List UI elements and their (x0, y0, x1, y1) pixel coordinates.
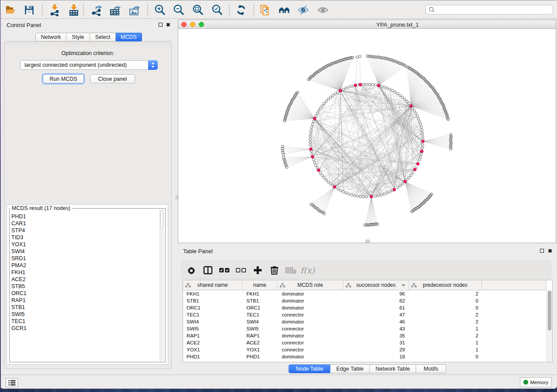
zoom-window-icon[interactable] (199, 22, 204, 27)
result-item[interactable]: SRD1 (10, 255, 159, 262)
tab-network[interactable]: Network (35, 33, 66, 41)
mcds-result-list[interactable]: PHD1CAR1STP4TID3YOX1SWI4SRD1PMA2FKH1ACE2… (10, 213, 159, 361)
import-table-icon[interactable] (68, 4, 80, 16)
save-session-icon[interactable] (23, 4, 35, 16)
column-header[interactable]: successor nodes (343, 280, 409, 290)
result-item[interactable]: ORC1 (10, 290, 159, 297)
network-window-titlebar[interactable]: YPA_prune.txt_1 (178, 20, 556, 29)
result-scrollbar[interactable] (159, 210, 164, 361)
select-all-columns-icon[interactable] (218, 264, 231, 276)
tab-edge-table[interactable]: Edge Table (331, 364, 370, 373)
export-image-icon[interactable] (128, 4, 141, 16)
close-table-panel-icon[interactable]: ✖ (548, 248, 552, 254)
close-panel-icon[interactable]: ✖ (166, 22, 170, 28)
result-item[interactable]: RAP1 (10, 297, 159, 304)
zoom-in-icon[interactable] (154, 4, 166, 16)
result-scrollbar-thumb[interactable] (160, 210, 163, 228)
result-item[interactable]: SWI4 (10, 248, 159, 255)
table-row[interactable]: RAP1RAP1dominator352 (183, 332, 547, 339)
toolbar-separator (147, 4, 148, 16)
result-item[interactable]: STB5 (10, 283, 159, 290)
delete-column-icon[interactable] (268, 264, 280, 276)
horizontal-splitter-grip[interactable] (366, 240, 370, 243)
tab-select[interactable]: Select (90, 33, 116, 41)
close-panel-button[interactable]: Close panel (90, 74, 135, 83)
toolbar-separator (42, 4, 43, 16)
result-item[interactable]: SWI5 (10, 311, 159, 318)
column-header[interactable]: MCDS role (277, 280, 343, 290)
tab-motifs[interactable]: Motifs (416, 364, 446, 373)
table-panel-title: Table Panel (183, 248, 213, 254)
open-session-icon[interactable] (4, 4, 17, 16)
result-item[interactable]: STB1 (10, 304, 159, 311)
task-history-button[interactable] (6, 378, 18, 387)
node-table: shared namenameMCDS rolesuccessor nodesp… (183, 280, 553, 362)
hide-selected-icon[interactable] (297, 4, 309, 16)
float-table-panel-icon[interactable] (540, 249, 544, 253)
function-builder-icon[interactable]: f(x) (301, 264, 314, 276)
table-row[interactable]: TEC1TEC1connector472 (183, 311, 547, 318)
tab-node-table[interactable]: Node Table (289, 364, 331, 373)
apply-layout-icon[interactable] (235, 4, 247, 16)
network-canvas[interactable] (178, 29, 556, 243)
table-row[interactable]: ACE2ACE2connector311 (183, 339, 547, 346)
tab-network-table[interactable]: Network Table (370, 364, 416, 373)
table-cell: FKH1 (242, 290, 277, 297)
table-scrollbar[interactable] (547, 290, 552, 362)
tab-mcds[interactable]: MCDS (116, 33, 142, 41)
task-list-icon (8, 380, 16, 386)
export-table-icon[interactable] (109, 4, 121, 16)
column-header[interactable]: shared name (183, 280, 242, 290)
show-columns-icon[interactable] (202, 264, 214, 276)
table-row[interactable]: SWI4SWI4dominator462 (183, 318, 547, 325)
table-cell: 0 (409, 353, 482, 360)
run-mcds-button[interactable]: Run MCDS (43, 74, 84, 83)
column-header[interactable]: name (242, 280, 277, 290)
table-row[interactable]: ORC1ORC1dominator610 (183, 304, 547, 311)
result-item[interactable]: ACE2 (10, 276, 159, 283)
memory-button[interactable]: Memory (520, 377, 552, 387)
table-cell: 29 (343, 346, 409, 353)
zoom-fit-icon[interactable] (192, 4, 204, 16)
criterion-dropdown[interactable]: largest connected component (undirected) (20, 60, 158, 70)
result-item[interactable]: PHD1 (10, 213, 159, 220)
result-item[interactable]: TID3 (10, 234, 159, 241)
result-item[interactable]: TEC1 (10, 318, 159, 325)
table-scrollbar-thumb[interactable] (548, 291, 551, 330)
result-item[interactable]: PMA2 (10, 262, 159, 269)
show-all-icon[interactable] (317, 4, 329, 16)
table-row[interactable]: SWI5SWI5connector431 (183, 325, 547, 332)
result-item[interactable]: CAR1 (10, 220, 159, 227)
table-cell: 1 (409, 325, 482, 332)
zoom-out-icon[interactable] (173, 4, 185, 16)
create-column-icon[interactable] (252, 264, 264, 276)
close-window-icon[interactable] (181, 22, 187, 27)
export-network-icon[interactable] (90, 4, 103, 16)
table-toolbar: f(x) (181, 261, 551, 279)
unselect-all-columns-icon[interactable] (235, 264, 247, 276)
search-input[interactable] (426, 5, 553, 14)
column-header[interactable]: predecessor nodes (409, 280, 482, 290)
first-neighbors-icon[interactable] (278, 4, 291, 16)
table-row[interactable]: PHD1PHD1dominator180 (183, 353, 547, 360)
result-item[interactable]: YOX1 (10, 241, 159, 248)
delete-table-icon[interactable] (285, 264, 297, 276)
table-cell: 0 (409, 297, 482, 304)
zoom-selected-icon[interactable] (211, 4, 223, 16)
table-row[interactable]: FKH1FKH1dominator962 (183, 290, 547, 297)
table-settings-icon[interactable] (185, 264, 197, 276)
status-bar: Memory (0, 375, 557, 389)
table-cell: TEC1 (183, 311, 242, 318)
result-item[interactable]: STP4 (10, 227, 159, 234)
table-row[interactable]: YOX1YOX1connector291 (183, 346, 547, 353)
minimize-window-icon[interactable] (190, 22, 195, 27)
table-row[interactable]: STB1STB1dominator620 (183, 297, 547, 304)
tab-style[interactable]: Style (66, 33, 90, 41)
import-network-icon[interactable] (48, 4, 61, 16)
float-panel-icon[interactable] (159, 23, 163, 27)
table-cell: 2 (409, 311, 482, 318)
fx-label: f(x) (301, 265, 315, 275)
result-item[interactable]: FKH1 (10, 269, 159, 276)
duplicate-network-icon[interactable] (259, 4, 271, 16)
result-item[interactable]: GCR1 (10, 325, 159, 332)
